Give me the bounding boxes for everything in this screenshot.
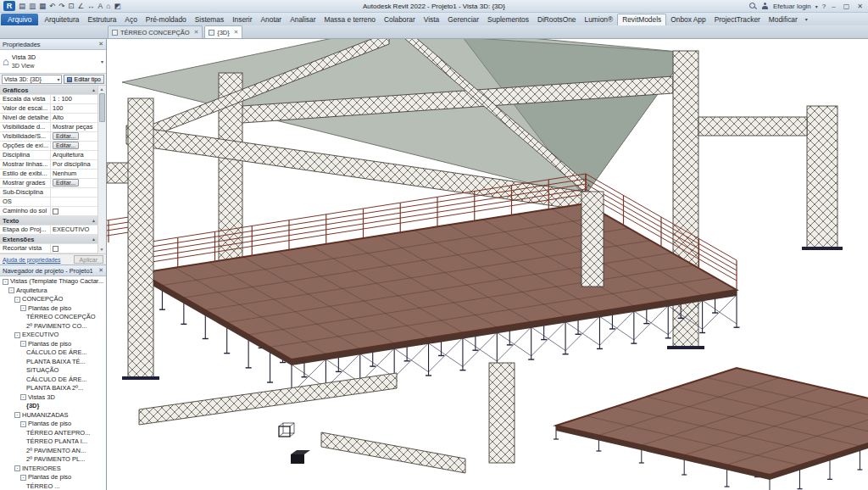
ribbon-tab-sistemas[interactable]: Sistemas <box>191 14 228 25</box>
close-view-icon[interactable]: ✕ <box>194 29 198 36</box>
browser-item-2-pavimento-co[interactable]: 2º PAVIMENTO CO... <box>0 322 106 331</box>
prop-value[interactable]: EXECUTIVO <box>51 226 98 234</box>
redo-icon[interactable]: ↷ <box>58 3 64 10</box>
prop-row-visibilidade-d[interactable]: Visibilidade d...Mostrar peças <box>0 123 98 132</box>
prop-group-extensoes[interactable]: Extensões▲ <box>0 235 98 244</box>
prop-value[interactable]: Editar... <box>51 179 98 187</box>
browser-item-terreo-antepro[interactable]: TÉRREO ANTEPRO... <box>0 429 106 438</box>
ribbon-tab-arquitetura[interactable]: Arquitetura <box>40 14 83 25</box>
ribbon-tab-estrutura[interactable]: Estrutura <box>83 14 120 25</box>
prop-group-graficos[interactable]: Gráficos▲ <box>0 86 98 95</box>
close-view-icon[interactable]: ✕ <box>234 29 238 36</box>
browser-item-arquitetura[interactable]: -Arquitetura <box>0 287 106 296</box>
collapse-icon[interactable]: ▲ <box>92 218 96 223</box>
ribbon-tab-gerenciar[interactable]: Gerenciar <box>443 14 483 25</box>
browser-item-plantas-de-piso[interactable]: -Plantas de piso <box>0 420 106 429</box>
ribbon-tab-analisar[interactable]: Analisar <box>286 14 320 25</box>
signin-caret-icon[interactable]: ▾ <box>815 3 818 9</box>
browser-item-humanizadas[interactable]: -HUMANIZADAS <box>0 411 106 420</box>
prop-row-estilo-de-exibi[interactable]: Estilo de exibi...Nenhum <box>0 170 98 179</box>
prop-row-recortar-vista[interactable]: Recortar vista <box>0 244 98 253</box>
ribbon-tab-suplementos[interactable]: Suplementos <box>483 14 533 25</box>
prop-row-caminho-do-sol[interactable]: Caminho do sol <box>0 207 98 216</box>
ribbon-tab-inserir[interactable]: Inserir <box>228 14 256 25</box>
browser-item-calculo-de-are[interactable]: CÁLCULO DE ÁRE... <box>0 376 106 385</box>
tree-collapse-icon[interactable]: - <box>8 287 14 293</box>
edit-button[interactable]: Editar... <box>53 142 79 149</box>
open-icon[interactable]: ▥ <box>29 3 36 10</box>
project-browser-header[interactable]: Navegador de projeto - Projeto1 ✕ <box>0 265 106 276</box>
ribbon-tab-modificar[interactable]: Modificar <box>765 14 802 25</box>
ribbon-tab-revitmodels[interactable]: RevitModels <box>617 14 666 25</box>
help-icon[interactable]: ? <box>822 3 826 10</box>
prop-value[interactable]: 1 : 100 <box>51 95 98 103</box>
checkbox[interactable] <box>53 246 58 252</box>
ribbon-tab-vista[interactable]: Vista <box>420 14 443 25</box>
scroll-thumb[interactable] <box>99 93 105 122</box>
prop-value[interactable] <box>51 244 98 253</box>
collapse-icon[interactable]: ▲ <box>92 237 96 242</box>
prop-row-sub-disciplina[interactable]: Sub-Disciplina <box>0 188 98 198</box>
checkbox[interactable] <box>53 209 58 214</box>
browser-item-plantas-de-piso[interactable]: -Plantas de piso <box>0 340 106 349</box>
maximize-button[interactable]: ▢ <box>842 3 852 10</box>
dimension-icon[interactable]: ↔ <box>87 3 95 10</box>
prop-row-nivel-de-detalhe[interactable]: Nível de detalheAlto <box>0 114 98 123</box>
browser-item-3d[interactable]: {3D} <box>0 402 106 411</box>
browser-item-vistas-template-thiago-cactar[interactable]: -Vistas (Template Thiago Cactar... <box>0 277 106 287</box>
prop-value[interactable]: Mostrar peças <box>51 123 98 131</box>
browser-item-plantas-de-piso[interactable]: -Plantas de piso <box>0 304 106 314</box>
browser-item-interiores[interactable]: -INTERIORES <box>0 465 106 474</box>
browser-item-executivo[interactable]: -EXECUTIVO <box>0 331 106 340</box>
scroll-up-icon[interactable]: ▲ <box>100 86 104 93</box>
prop-row-escala-da-vista[interactable]: Escala da vista1 : 100 <box>0 95 98 104</box>
ribbon-tab-colaborar[interactable]: Colaborar <box>380 14 420 25</box>
tree-collapse-icon[interactable]: - <box>14 412 20 418</box>
truss-cube[interactable] <box>279 423 294 437</box>
signin-button[interactable]: Efetuar login <box>773 3 811 10</box>
prop-value[interactable]: Alto <box>51 114 98 122</box>
ribbon-tab-aco[interactable]: Aço <box>120 14 141 25</box>
search-icon[interactable] <box>749 3 757 10</box>
prop-row-visibilidade-s[interactable]: Visibilidade/S...Editar... <box>0 132 98 142</box>
print-icon[interactable]: ⊡ <box>68 3 74 10</box>
ribbon-tab-arquivo[interactable]: Arquivo <box>1 14 38 25</box>
revit-logo[interactable]: R <box>3 1 15 11</box>
prop-value[interactable]: Por disciplina <box>51 160 98 169</box>
tree-collapse-icon[interactable]: - <box>14 332 20 338</box>
prop-group-texto[interactable]: Texto▲ <box>0 216 98 226</box>
tree-collapse-icon[interactable]: - <box>20 305 26 311</box>
instance-selector[interactable]: Vista 3D: {3D} ▾ <box>2 75 62 84</box>
ribbon-tab-massa-e-terreno[interactable]: Massa e terreno <box>320 14 380 25</box>
prop-row-os[interactable]: OS <box>0 198 98 207</box>
prop-row-mostrar-grades[interactable]: Mostrar gradesEditar... <box>0 179 98 188</box>
prop-row-disciplina[interactable]: DisciplinaArquitetura <box>0 151 98 160</box>
collapse-icon[interactable]: ▲ <box>92 87 96 92</box>
measure-icon[interactable]: ∠ <box>77 3 84 10</box>
browser-item-planta-baixa-te[interactable]: PLANTA BAIXA TÉ... <box>0 358 106 367</box>
type-selector[interactable]: ⌂ Vista 3D 3D View ▾ <box>0 50 106 74</box>
edit-button[interactable]: Editar... <box>53 132 79 140</box>
prop-value[interactable] <box>51 207 98 215</box>
ribbon-tab-onbox-app[interactable]: Onbox App <box>666 14 709 25</box>
browser-item-vistas-3d[interactable]: -Vistas 3D <box>0 393 106 403</box>
close-properties-icon[interactable]: ✕ <box>98 41 103 47</box>
prop-row-valor-de-escal[interactable]: Valor de escal...100 <box>0 104 98 114</box>
viewport-3d-scene[interactable] <box>107 39 868 490</box>
ribbon-tab-anotar[interactable]: Anotar <box>256 14 286 25</box>
close-button[interactable]: ✕ <box>855 3 865 10</box>
instance-dropdown-icon[interactable]: ▾ <box>57 76 59 82</box>
tree-collapse-icon[interactable]: - <box>3 279 8 285</box>
prop-value[interactable]: Editar... <box>51 132 98 141</box>
3d-view-icon[interactable]: ⌂ <box>106 3 110 10</box>
prop-row-opcoes-de-exi[interactable]: Opções de exi...Editar... <box>0 142 98 151</box>
browser-item-plantas-de-piso[interactable]: -Plantas de piso <box>0 473 106 482</box>
browser-item-terreo-planta-i[interactable]: TÉRREO PLANTA I... <box>0 437 106 447</box>
prop-value[interactable]: Nenhum <box>51 170 98 178</box>
ribbon-collapse-icon[interactable]: ▾ <box>805 16 808 22</box>
browser-item-calculo-de-are[interactable]: CÁLCULO DE ÁRE... <box>0 348 106 358</box>
drawing-area[interactable] <box>107 39 868 490</box>
browser-item-situacao[interactable]: SITUAÇÃO <box>0 366 106 376</box>
ribbon-tab-dirootsone[interactable]: DiRootsOne <box>533 14 581 25</box>
tree-collapse-icon[interactable]: - <box>14 297 20 303</box>
